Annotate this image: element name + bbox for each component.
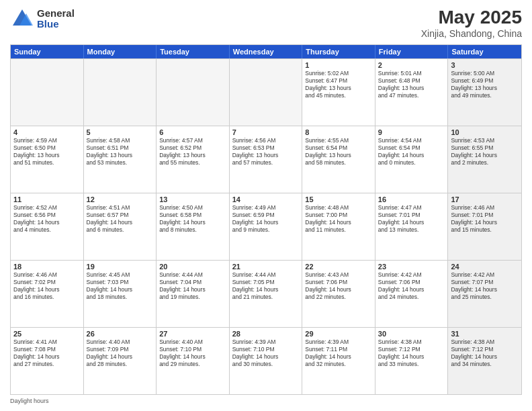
cell-content: Sunrise: 4:54 AM Sunset: 6:54 PM Dayligh… <box>378 137 445 167</box>
day-number: 3 <box>451 61 519 69</box>
cell-content: Sunrise: 4:51 AM Sunset: 6:57 PM Dayligh… <box>87 204 154 234</box>
day-number: 2 <box>378 61 445 69</box>
day-number: 12 <box>87 195 154 203</box>
calendar-cell: 26Sunrise: 4:40 AM Sunset: 7:09 PM Dayli… <box>84 328 157 394</box>
calendar-cell: 28Sunrise: 4:39 AM Sunset: 7:10 PM Dayli… <box>230 328 303 394</box>
day-number: 15 <box>305 195 372 203</box>
calendar-cell: 7Sunrise: 4:56 AM Sunset: 6:53 PM Daylig… <box>230 126 303 193</box>
calendar-header-cell: Wednesday <box>230 45 303 58</box>
day-number: 29 <box>305 330 372 338</box>
day-number: 22 <box>305 263 372 271</box>
cell-content: Sunrise: 4:49 AM Sunset: 6:59 PM Dayligh… <box>232 204 300 234</box>
day-number: 10 <box>451 128 519 136</box>
calendar-row: 11Sunrise: 4:52 AM Sunset: 6:56 PM Dayli… <box>11 193 521 260</box>
calendar-cell: 16Sunrise: 4:47 AM Sunset: 7:01 PM Dayli… <box>375 193 449 260</box>
day-number: 24 <box>451 263 519 271</box>
cell-content: Sunrise: 4:45 AM Sunset: 7:03 PM Dayligh… <box>87 271 154 301</box>
calendar-cell: 4Sunrise: 4:59 AM Sunset: 6:50 PM Daylig… <box>11 126 84 193</box>
day-number: 7 <box>232 128 300 136</box>
logo-text: General Blue <box>37 8 75 30</box>
calendar-cell: 11Sunrise: 4:52 AM Sunset: 6:56 PM Dayli… <box>11 193 84 260</box>
day-number: 25 <box>13 330 81 338</box>
day-number: 17 <box>451 195 519 203</box>
title-block: May 2025 Xinjia, Shandong, China <box>421 7 522 39</box>
calendar-cell <box>230 59 303 126</box>
cell-content: Sunrise: 4:50 AM Sunset: 6:58 PM Dayligh… <box>159 204 226 234</box>
day-number: 14 <box>232 195 300 203</box>
calendar-header-cell: Tuesday <box>157 45 230 58</box>
calendar-row: 18Sunrise: 4:46 AM Sunset: 7:02 PM Dayli… <box>11 260 521 327</box>
footer-note: Daylight hours <box>10 398 522 404</box>
calendar-header-cell: Thursday <box>302 45 375 58</box>
cell-content: Sunrise: 4:46 AM Sunset: 7:02 PM Dayligh… <box>13 271 81 301</box>
calendar-cell: 20Sunrise: 4:44 AM Sunset: 7:04 PM Dayli… <box>157 261 230 327</box>
cell-content: Sunrise: 5:02 AM Sunset: 6:47 PM Dayligh… <box>305 70 372 99</box>
cell-content: Sunrise: 4:53 AM Sunset: 6:55 PM Dayligh… <box>451 137 519 167</box>
calendar-cell: 15Sunrise: 4:48 AM Sunset: 7:00 PM Dayli… <box>302 193 375 260</box>
day-number: 31 <box>451 330 519 338</box>
calendar-header-cell: Sunday <box>11 45 84 58</box>
main-title: May 2025 <box>421 7 522 28</box>
cell-content: Sunrise: 4:57 AM Sunset: 6:52 PM Dayligh… <box>159 137 226 167</box>
calendar-cell: 30Sunrise: 4:38 AM Sunset: 7:12 PM Dayli… <box>375 328 449 394</box>
day-number: 1 <box>305 61 372 69</box>
calendar-cell: 25Sunrise: 4:41 AM Sunset: 7:08 PM Dayli… <box>11 328 84 394</box>
calendar-cell: 3Sunrise: 5:00 AM Sunset: 6:49 PM Daylig… <box>448 59 521 126</box>
day-number: 18 <box>13 263 81 271</box>
cell-content: Sunrise: 4:40 AM Sunset: 7:10 PM Dayligh… <box>159 338 226 368</box>
calendar-cell: 5Sunrise: 4:58 AM Sunset: 6:51 PM Daylig… <box>84 126 157 193</box>
calendar-cell: 19Sunrise: 4:45 AM Sunset: 7:03 PM Dayli… <box>84 261 157 327</box>
cell-content: Sunrise: 4:39 AM Sunset: 7:10 PM Dayligh… <box>232 338 300 368</box>
calendar-row: 4Sunrise: 4:59 AM Sunset: 6:50 PM Daylig… <box>11 126 521 193</box>
day-number: 28 <box>232 330 300 338</box>
calendar-cell: 18Sunrise: 4:46 AM Sunset: 7:02 PM Dayli… <box>11 261 84 327</box>
day-number: 11 <box>13 195 81 203</box>
cell-content: Sunrise: 4:40 AM Sunset: 7:09 PM Dayligh… <box>87 338 154 368</box>
calendar-cell: 8Sunrise: 4:55 AM Sunset: 6:54 PM Daylig… <box>302 126 375 193</box>
cell-content: Sunrise: 4:38 AM Sunset: 7:12 PM Dayligh… <box>451 338 519 368</box>
day-number: 21 <box>232 263 300 271</box>
calendar-cell: 6Sunrise: 4:57 AM Sunset: 6:52 PM Daylig… <box>157 126 230 193</box>
cell-content: Sunrise: 4:44 AM Sunset: 7:05 PM Dayligh… <box>232 271 300 301</box>
calendar-cell: 14Sunrise: 4:49 AM Sunset: 6:59 PM Dayli… <box>230 193 303 260</box>
cell-content: Sunrise: 4:48 AM Sunset: 7:00 PM Dayligh… <box>305 204 372 234</box>
day-number: 16 <box>378 195 445 203</box>
day-number: 27 <box>159 330 226 338</box>
cell-content: Sunrise: 4:56 AM Sunset: 6:53 PM Dayligh… <box>232 137 300 167</box>
calendar-cell: 23Sunrise: 4:42 AM Sunset: 7:06 PM Dayli… <box>375 261 449 327</box>
cell-content: Sunrise: 4:46 AM Sunset: 7:01 PM Dayligh… <box>451 204 519 234</box>
day-number: 8 <box>305 128 372 136</box>
calendar-cell: 1Sunrise: 5:02 AM Sunset: 6:47 PM Daylig… <box>302 59 375 126</box>
header: General Blue May 2025 Xinjia, Shandong, … <box>10 7 522 39</box>
cell-content: Sunrise: 4:58 AM Sunset: 6:51 PM Dayligh… <box>87 137 154 167</box>
logo: General Blue <box>10 7 75 31</box>
calendar-cell: 29Sunrise: 4:39 AM Sunset: 7:11 PM Dayli… <box>302 328 375 394</box>
calendar-row: 1Sunrise: 5:02 AM Sunset: 6:47 PM Daylig… <box>11 58 521 126</box>
calendar-header-cell: Saturday <box>448 45 521 58</box>
day-number: 9 <box>378 128 445 136</box>
calendar-header: SundayMondayTuesdayWednesdayThursdayFrid… <box>11 45 521 58</box>
cell-content: Sunrise: 4:52 AM Sunset: 6:56 PM Dayligh… <box>13 204 81 234</box>
calendar-cell: 10Sunrise: 4:53 AM Sunset: 6:55 PM Dayli… <box>448 126 521 193</box>
cell-content: Sunrise: 4:41 AM Sunset: 7:08 PM Dayligh… <box>13 338 81 368</box>
page: General Blue May 2025 Xinjia, Shandong, … <box>0 0 532 411</box>
calendar-cell: 17Sunrise: 4:46 AM Sunset: 7:01 PM Dayli… <box>448 193 521 260</box>
calendar-cell: 24Sunrise: 4:42 AM Sunset: 7:07 PM Dayli… <box>448 261 521 327</box>
day-number: 13 <box>159 195 226 203</box>
calendar-cell <box>84 59 157 126</box>
cell-content: Sunrise: 4:44 AM Sunset: 7:04 PM Dayligh… <box>159 271 226 301</box>
cell-content: Sunrise: 4:47 AM Sunset: 7:01 PM Dayligh… <box>378 204 445 234</box>
calendar-cell: 27Sunrise: 4:40 AM Sunset: 7:10 PM Dayli… <box>157 328 230 394</box>
calendar-cell: 22Sunrise: 4:43 AM Sunset: 7:06 PM Dayli… <box>302 261 375 327</box>
cell-content: Sunrise: 4:59 AM Sunset: 6:50 PM Dayligh… <box>13 137 81 167</box>
calendar-cell: 2Sunrise: 5:01 AM Sunset: 6:48 PM Daylig… <box>375 59 449 126</box>
calendar-cell <box>157 59 230 126</box>
day-number: 23 <box>378 263 445 271</box>
calendar-row: 25Sunrise: 4:41 AM Sunset: 7:08 PM Dayli… <box>11 327 521 394</box>
day-number: 19 <box>87 263 154 271</box>
cell-content: Sunrise: 4:42 AM Sunset: 7:07 PM Dayligh… <box>451 271 519 301</box>
calendar-body: 1Sunrise: 5:02 AM Sunset: 6:47 PM Daylig… <box>11 58 521 394</box>
logo-icon <box>10 7 34 31</box>
cell-content: Sunrise: 4:43 AM Sunset: 7:06 PM Dayligh… <box>305 271 372 301</box>
calendar-cell: 21Sunrise: 4:44 AM Sunset: 7:05 PM Dayli… <box>230 261 303 327</box>
